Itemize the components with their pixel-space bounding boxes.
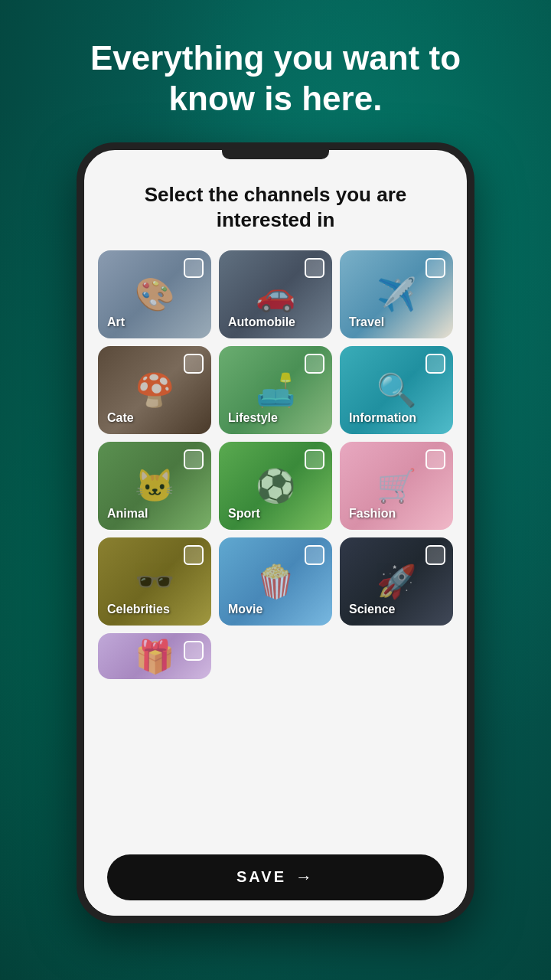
channel-card-science[interactable]: 🚀Science — [340, 537, 453, 626]
channel-checkbox-gifts[interactable] — [184, 641, 204, 661]
channel-label-fashion: Fashion — [349, 507, 396, 521]
channel-card-automobile[interactable]: 🚗Automobile — [219, 250, 332, 338]
channel-checkbox-fashion[interactable] — [425, 449, 445, 469]
phone-frame: Select the channels you are interested i… — [77, 142, 474, 923]
phone-notch — [222, 150, 329, 159]
channel-checkbox-information[interactable] — [425, 354, 445, 374]
channel-checkbox-lifestyle[interactable] — [305, 354, 324, 374]
channel-label-lifestyle: Lifestyle — [228, 411, 278, 425]
save-label: SAVE — [236, 868, 286, 886]
channel-card-art[interactable]: 🎨Art — [98, 250, 211, 338]
channel-label-automobile: Automobile — [228, 315, 295, 329]
save-arrow-icon: → — [295, 867, 315, 887]
channel-checkbox-animal[interactable] — [184, 449, 204, 469]
page-headline: Everything you want to know is here. — [0, 0, 551, 142]
channel-checkbox-sport[interactable] — [305, 449, 324, 469]
channel-checkbox-art[interactable] — [184, 258, 204, 278]
screen-title: Select the channels you are interested i… — [98, 182, 453, 234]
channel-card-travel[interactable]: ✈️Travel — [340, 250, 453, 338]
channel-checkbox-movie[interactable] — [305, 545, 324, 565]
channel-checkbox-science[interactable] — [425, 545, 445, 565]
channel-checkbox-celebrities[interactable] — [184, 545, 204, 565]
channel-card-information[interactable]: 🔍Information — [340, 346, 453, 434]
channel-label-celebrities: Celebrities — [107, 603, 170, 616]
channel-card-animal[interactable]: 🐱Animal — [98, 442, 211, 530]
phone-content: Select the channels you are interested i… — [84, 159, 467, 916]
channel-card-lifestyle[interactable]: 🛋️Lifestyle — [219, 346, 332, 434]
save-footer: SAVE → — [84, 839, 467, 916]
channels-grid: 🎨Art🚗Automobile✈️Travel🍄Cate🛋️Lifestyle🔍… — [98, 250, 453, 679]
channel-card-movie[interactable]: 🍿Movie — [219, 537, 332, 626]
channel-card-celebrities[interactable]: 🕶️Celebrities — [98, 537, 211, 626]
channel-label-art: Art — [107, 315, 125, 329]
channel-card-cate[interactable]: 🍄Cate — [98, 346, 211, 434]
channel-label-movie: Movie — [228, 603, 262, 616]
channel-card-sport[interactable]: ⚽Sport — [219, 442, 332, 530]
channel-checkbox-automobile[interactable] — [305, 258, 324, 278]
channel-label-sport: Sport — [228, 507, 260, 521]
channel-card-fashion[interactable]: 🛒Fashion — [340, 442, 453, 530]
channel-card-gifts[interactable]: 🎁 — [98, 633, 211, 679]
channel-label-information: Information — [349, 411, 416, 425]
channel-label-science: Science — [349, 603, 395, 616]
channel-label-animal: Animal — [107, 507, 148, 521]
channel-label-cate: Cate — [107, 411, 134, 425]
channel-checkbox-cate[interactable] — [184, 354, 204, 374]
channel-checkbox-travel[interactable] — [425, 258, 445, 278]
save-button[interactable]: SAVE → — [107, 854, 444, 900]
channel-label-travel: Travel — [349, 315, 384, 329]
